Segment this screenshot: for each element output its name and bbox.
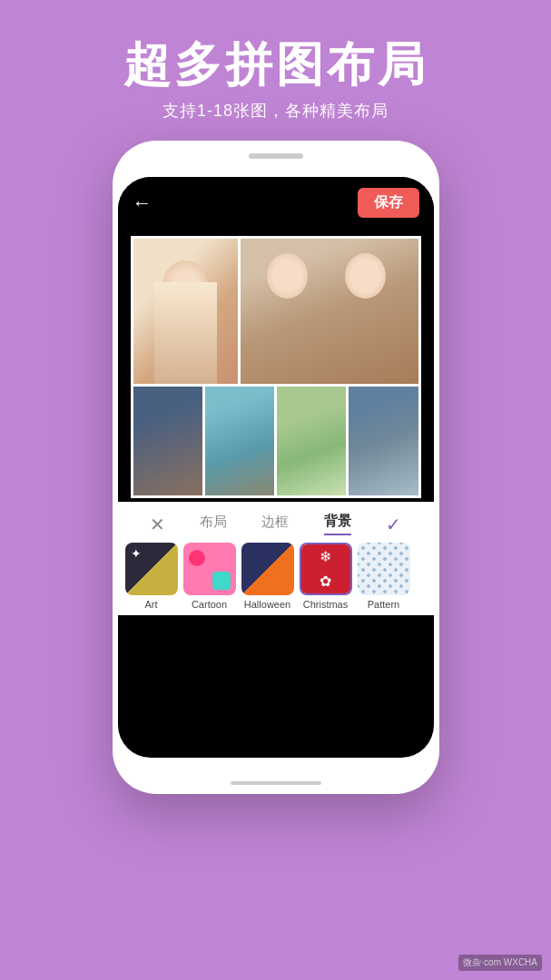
save-button[interactable]: 保存 [358,188,419,218]
sub-title: 支持1-18张图，各种精美布局 [0,100,551,122]
phone-mockup: ← 保存 [113,141,439,794]
bg-option-cartoon[interactable]: Cartoon [183,543,236,610]
collage-area [118,229,434,498]
watermark: 微杂·com WXCHA [458,955,542,971]
phone-notch [249,153,303,159]
toolbar-tabs: ✕ 布局 边框 背景 ✓ [118,513,434,535]
phone-frame: ← 保存 [113,141,439,794]
phone-screen: ← 保存 [118,177,434,758]
home-bar [231,781,321,785]
tab-layout[interactable]: 布局 [200,514,227,534]
bg-label-halloween: Halloween [244,599,290,610]
collage-grid [131,236,421,498]
tab-frame[interactable]: 边框 [261,514,289,534]
bg-options-strip: Art Cartoon Hallow [118,543,434,610]
photo-slot-6[interactable] [349,387,418,495]
photo-bottom-row [133,387,418,495]
bg-option-christmas[interactable]: Christmas [300,543,352,610]
photo-slot-2[interactable] [241,239,418,384]
close-icon[interactable]: ✕ [150,514,165,535]
phone-toolbar: ✕ 布局 边框 背景 ✓ Art [118,502,434,615]
bg-thumb-art[interactable] [125,543,178,595]
bg-option-halloween[interactable]: Halloween [241,543,294,610]
photo-slot-5[interactable] [277,387,346,495]
bg-label-pattern: Pattern [368,599,399,610]
bg-thumb-christmas[interactable] [300,543,352,595]
bg-thumb-cartoon[interactable] [183,543,236,595]
photo-slot-3[interactable] [133,387,202,495]
bg-label-christmas: Christmas [303,599,349,610]
main-title: 超多拼图布局 [0,36,551,93]
tab-background[interactable]: 背景 [324,513,351,535]
photo-slot-4[interactable] [205,387,274,495]
confirm-icon[interactable]: ✓ [386,514,401,535]
bg-label-art: Art [144,599,157,610]
bg-option-art[interactable]: Art [125,543,178,610]
back-button[interactable]: ← [133,191,153,215]
phone-topbar: ← 保存 [118,177,434,229]
bg-thumb-pattern[interactable] [358,543,410,595]
bg-thumb-halloween[interactable] [241,543,294,595]
bg-label-cartoon: Cartoon [192,599,227,610]
photo-slot-1[interactable] [133,239,238,384]
bg-option-pattern[interactable]: Pattern [358,543,410,610]
